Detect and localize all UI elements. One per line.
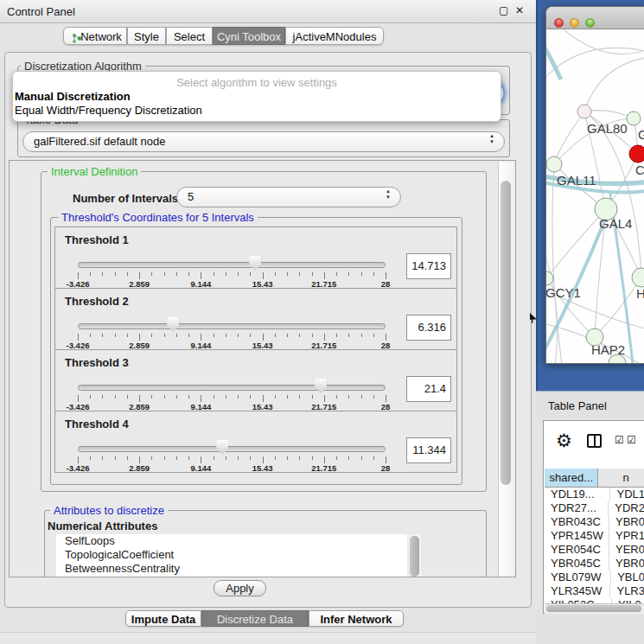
attribute-list-item[interactable]: TopologicalCoefficient [56,548,407,562]
cell-shared-name[interactable]: YDL19... [545,488,610,501]
network-canvas[interactable]: GAL80GACGAL11GAL4GCY1HHAP2 [546,29,644,364]
apply-button[interactable]: Apply [214,580,266,596]
slider-tick [188,456,189,460]
numerical-attributes-list[interactable]: SelfLoopsTopologicalCoefficientBetweenne… [56,534,407,577]
slider-tick [361,456,362,460]
table-data-combo[interactable]: galFiltered.sif default node ▲▼ [22,131,505,152]
slider-tick [336,334,337,337]
close-window-icon[interactable]: ✕ [515,4,524,16]
tab-impute-data[interactable]: Impute Data [125,610,201,627]
float-window-icon[interactable]: ▢ [499,4,508,16]
slider-tick [226,272,226,276]
zoom-traffic-light[interactable] [585,18,595,28]
attribute-list-item[interactable]: BetweennessCentrality [56,562,407,576]
attribute-list-item[interactable]: SelfLoops [56,534,407,548]
threshold-value-field[interactable]: 14.713 [406,253,451,279]
cell-shared-name[interactable]: YDR27... [545,501,609,515]
slider-tick [151,334,152,337]
network-node-gal80[interactable] [577,105,591,118]
checkbox-icon[interactable]: ☑ [627,435,636,445]
threshold-value-field[interactable]: 11.344 [406,437,451,463]
slider-track[interactable] [78,323,386,329]
attributes-list-scrollbar[interactable] [409,534,421,577]
tab-style[interactable]: Style [127,27,166,45]
algorithm-option-equal-width[interactable]: Equal Width/Frequency Discretization [15,104,202,117]
network-node-h[interactable] [632,268,644,287]
node-label-gal80: GAL80 [587,121,628,136]
table-row[interactable]: YDL19...YDL1 [545,488,644,501]
cell-name[interactable]: YBR0 [609,515,644,529]
tab-cyni-toolbox[interactable]: Cyni Toolbox [213,27,285,45]
table-row[interactable]: YBR045CYBR0 [545,557,644,571]
column-header-name[interactable]: n [598,469,644,488]
threshold-value-field[interactable]: 21.4 [406,376,451,402]
slider-thumb[interactable] [315,379,327,393]
threshold-value-field[interactable]: 6.316 [406,315,451,341]
cell-shared-name[interactable]: YPR145W [545,529,609,543]
table-row[interactable]: YPR145WYPR1 [545,529,644,543]
cell-name[interactable]: YDL1 [610,488,644,501]
slider-tick [115,456,116,460]
checkbox-icon[interactable]: ☑ [615,435,624,445]
cell-shared-name[interactable]: YBR043C [545,515,609,529]
slider-thumb[interactable] [167,317,179,332]
minimize-traffic-light[interactable] [570,18,579,28]
threshold-panel-3: Threshold 3-3.4262.8599.14415.4321.71528… [54,349,457,411]
table-row[interactable]: YBR043CYBR0 [545,515,644,529]
slider-track[interactable] [78,385,386,391]
tab-cyni-toolbox-label: Cyni Toolbox [217,30,281,43]
cell-name[interactable]: YLR3 [610,584,644,598]
tab-jactivemnodules[interactable]: jActiveMNodules [285,27,384,45]
table-row[interactable]: YBL079WYBL0 [545,571,644,584]
interval-scrollbar[interactable] [498,162,514,577]
table-row[interactable]: YDR27...YDR2 [545,501,644,515]
slider-tick [373,334,374,337]
cell-name[interactable]: YBR0 [609,557,644,571]
interval-scrollbar-thumb[interactable] [501,181,511,485]
slider-thumb[interactable] [216,440,228,455]
network-view-window[interactable]: GAL80GACGAL11GAL4GCY1HHAP2 [545,6,644,364]
cell-shared-name[interactable]: YER054C [545,543,609,557]
table-row[interactable]: YER054CYER0 [545,543,644,557]
table-row[interactable]: YLR345WYLR3 [545,584,644,598]
cell-shared-name[interactable]: YBL079W [545,571,611,584]
number-of-intervals-combo[interactable]: 5 ▲▼ [176,187,401,207]
slider-tick [102,334,103,337]
tab-infer-network[interactable]: Infer Network [309,610,404,627]
threshold-label: Threshold 3 [65,356,129,369]
cell-name[interactable]: YER0 [609,543,644,557]
algorithm-placeholder: Select algorithm to view settings [13,76,501,89]
slider-tick [139,456,140,463]
tab-network-label: Network [80,30,122,43]
threshold-label: Threshold 1 [65,233,129,246]
tab-discretize-data[interactable]: Discretize Data [201,610,309,627]
tab-network[interactable]: Network [63,27,127,45]
cell-shared-name[interactable]: YLR345W [545,584,610,598]
network-node-c[interactable] [629,145,644,163]
table-horizontal-scrollbar[interactable] [545,603,644,614]
slider-tick [336,456,337,460]
table-panel-title: Table Panel [548,399,607,412]
cell-name[interactable]: YPR1 [609,529,644,543]
attributes-group-title: Attributes to discretize [50,505,168,516]
column-header-shared[interactable]: shared... [545,469,598,488]
network-node-gal11[interactable] [546,156,562,172]
slider-tick [312,334,313,337]
slider-track[interactable] [78,262,386,268]
threshold-label: Threshold 2 [65,295,129,308]
table-hscroll-thumb[interactable] [546,605,641,612]
tab-select[interactable]: Select [166,27,213,45]
slider-thumb[interactable] [249,256,261,271]
close-traffic-light[interactable] [554,18,564,28]
column-layout-icon[interactable] [587,434,602,448]
slider-track[interactable] [78,446,386,452]
algorithm-option-manual[interactable]: Manual Discretization [15,90,131,103]
gear-icon[interactable]: ⚙ [556,431,572,450]
network-window-titlebar[interactable] [546,7,644,29]
cell-name[interactable]: YBL0 [611,571,644,584]
cell-name[interactable]: YDR2 [609,501,644,515]
cell-shared-name[interactable]: YBR045C [545,557,609,571]
slider-tick [127,395,128,399]
network-node-ga[interactable] [627,112,641,125]
slider-tick [238,272,239,276]
